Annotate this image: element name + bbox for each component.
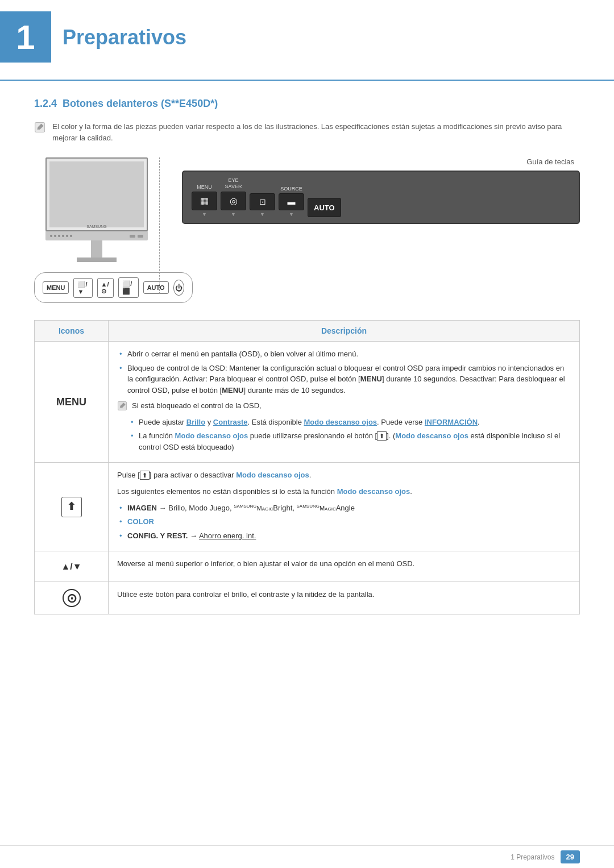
table-header-description: Descripción xyxy=(109,321,580,342)
monitor-stand-base xyxy=(77,258,117,262)
note-box: El color y la forma de las piezas pueden… xyxy=(34,121,580,143)
nav-icon: ▲/▼ xyxy=(61,562,81,571)
control-row: MENU ⬜/▼ ▲/⊙ ⬜/⬛ AUTO ⏻ xyxy=(34,272,193,303)
led-dot xyxy=(50,235,52,237)
key-arrow-source: ▼ xyxy=(289,211,294,217)
arrow-icon: ⬆ xyxy=(377,431,387,441)
key-guide-panel: MENU ▦ ▼ EYESAVER ◎ ▼ ⊡ xyxy=(182,171,580,224)
samsung-logo: SAMSUNG xyxy=(86,225,106,229)
monitor-bottom-bar xyxy=(45,231,148,240)
monitor-screen-inner xyxy=(49,161,144,227)
ctrl-btn-nav1: ⬜/▼ xyxy=(73,278,92,298)
icon-cell-arrow: ⬆ xyxy=(35,463,109,551)
table-row: ▲/▼ Moverse al menú superior o inferior,… xyxy=(35,551,580,582)
circle-icon: ⊙ xyxy=(63,589,81,607)
circle-desc: Utilice este botón para controlar el bri… xyxy=(117,589,571,601)
informacion-link[interactable]: INFORMACIÓN xyxy=(425,418,478,426)
table-row: ⬆ Pulse [⬆] para activar o desactivar Mo… xyxy=(35,463,580,551)
led-dot xyxy=(58,235,60,237)
contraste-link[interactable]: Contraste xyxy=(213,418,248,426)
monitor-screen: SAMSUNG xyxy=(45,157,148,231)
monitor-buttons xyxy=(130,235,143,238)
samsung-sup2: SAMSUNG xyxy=(297,504,320,509)
key-label-menu: MENU xyxy=(197,184,212,190)
ctrl-btn-auto: AUTO xyxy=(143,281,169,294)
list-item: Bloqueo de control de la OSD: Mantener l… xyxy=(117,363,571,396)
color-label: COLOR xyxy=(127,517,154,526)
led-dot xyxy=(62,235,64,237)
key-icon-auto: AUTO xyxy=(308,198,341,217)
desc-cell-menu: Abrir o cerrar el menú en pantalla (OSD)… xyxy=(109,342,580,463)
list-item: IMAGEN → Brillo, Modo Juego, SAMSUNGMagi… xyxy=(117,502,571,514)
note-icon-small xyxy=(117,401,127,411)
desc-cell-arrow: Pulse [⬆] para activar o desactivar Modo… xyxy=(109,463,580,551)
note-text: El color y la forma de las piezas pueden… xyxy=(52,121,580,143)
eye-saver-icon: ⬆ xyxy=(61,497,82,517)
key-icon-eyesaver: ◎ xyxy=(221,192,246,210)
ctrl-btn-nav2: ▲/⊙ xyxy=(97,278,114,298)
key-arrow-menu: ▼ xyxy=(202,211,207,217)
list-item: CONFIG. Y REST. → Ahorro energ. int. xyxy=(117,530,571,542)
modo-descanso-link[interactable]: Modo descanso ojos xyxy=(304,418,377,426)
icon-cell-menu: MENU xyxy=(35,342,109,463)
ctrl-btn-nav3: ⬜/⬛ xyxy=(118,277,138,298)
brillo-link[interactable]: Brillo xyxy=(186,418,205,426)
key-label-eyesaver: EYESAVER xyxy=(225,177,242,190)
icon-cell-circle: ⊙ xyxy=(35,582,109,614)
ctrl-btn-menu: MENU xyxy=(43,281,69,294)
key-icon-brightness: ⊡ xyxy=(250,193,275,210)
list-item: COLOR xyxy=(117,516,571,528)
modo-descanso-bold2: Modo descanso ojos xyxy=(395,431,468,440)
desc-cell-circle: Utilice este botón para controlar el bri… xyxy=(109,582,580,614)
samsung-sup: SAMSUNG xyxy=(234,504,256,509)
monitor-stand-neck xyxy=(91,240,102,258)
monitor-button xyxy=(130,235,135,238)
key-icon-menu: ▦ xyxy=(192,192,217,210)
chapter-title: Preparativos xyxy=(51,17,186,49)
dashed-line-vertical xyxy=(159,157,160,294)
eye-saver-desc2: Los siguientes elementos no están dispon… xyxy=(117,486,571,498)
modo-descanso-bold: Modo descanso ojos xyxy=(175,431,248,440)
table-row: MENU Abrir o cerrar el menú en pantalla … xyxy=(35,342,580,463)
monitor-illustration: SAMSUNG xyxy=(34,157,159,303)
main-content: 1.2.4 Botones delanteros (S**E450D*) El … xyxy=(0,98,614,614)
eye-saver-desc1: Pulse [⬆] para activar o desactivar Modo… xyxy=(117,470,571,481)
section-title: 1.2.4 Botones delanteros (S**E450D*) xyxy=(34,98,580,110)
modo-descanso-ref: Modo descanso ojos xyxy=(236,471,309,479)
menu-bullet-list: Abrir o cerrar el menú en pantalla (OSD)… xyxy=(117,348,571,396)
key-guide-area: Guía de teclas MENU ▦ ▼ EYESAVER ◎ xyxy=(182,157,580,224)
led-dot xyxy=(54,235,56,237)
key-btn-menu: MENU ▦ ▼ xyxy=(192,184,217,217)
nav-desc: Moverse al menú superior o inferior, o b… xyxy=(117,558,571,570)
key-icon-source: ▬ xyxy=(279,193,304,210)
chapter-number: 1 xyxy=(16,18,35,57)
key-btn-auto: AUTO xyxy=(308,186,341,217)
led-dot xyxy=(70,235,72,237)
table-row: ⊙ Utilice este botón para controlar el b… xyxy=(35,582,580,614)
monitor-button xyxy=(138,235,143,238)
ctrl-btn-power: ⏻ xyxy=(173,280,185,296)
key-arrow-brightness: ▼ xyxy=(260,211,265,217)
magic-bright: Magic xyxy=(257,505,273,512)
sub-bullet-list: Puede ajustar Brillo y Contraste. Está d… xyxy=(128,417,571,453)
key-btn-source: SOURCE ▬ ▼ xyxy=(279,186,304,217)
menu-icon-text: MENU xyxy=(56,396,86,408)
led-dots xyxy=(50,235,72,237)
led-dot xyxy=(66,235,68,237)
list-item: Puede ajustar Brillo y Contraste. Está d… xyxy=(128,417,571,428)
key-label-source: SOURCE xyxy=(280,186,302,192)
ahorro-link[interactable]: Ahorro energ. int. xyxy=(199,531,256,540)
key-btn-eyesaver: EYESAVER ◎ ▼ xyxy=(221,177,246,217)
chapter-header: 1 Preparativos xyxy=(0,0,614,81)
list-item: Abrir o cerrar el menú en pantalla (OSD)… xyxy=(117,348,571,360)
key-btn-brightness: ⊡ ▼ xyxy=(250,182,275,217)
note-inline-text: Si está bloqueado el control de la OSD, xyxy=(132,400,262,412)
footer-page-number: 29 xyxy=(561,850,580,863)
key-arrow-eyesaver: ▼ xyxy=(231,211,236,217)
eye-saver-bullet-list: IMAGEN → Brillo, Modo Juego, SAMSUNGMagi… xyxy=(117,502,571,542)
note-inline: Si está bloqueado el control de la OSD, xyxy=(117,400,571,412)
list-item: La función Modo descanso ojos puede util… xyxy=(128,430,571,452)
icon-cell-nav: ▲/▼ xyxy=(35,551,109,582)
modo-descanso-ref2: Modo descanso ojos xyxy=(337,487,410,496)
key-guide-label: Guía de teclas xyxy=(182,157,574,166)
